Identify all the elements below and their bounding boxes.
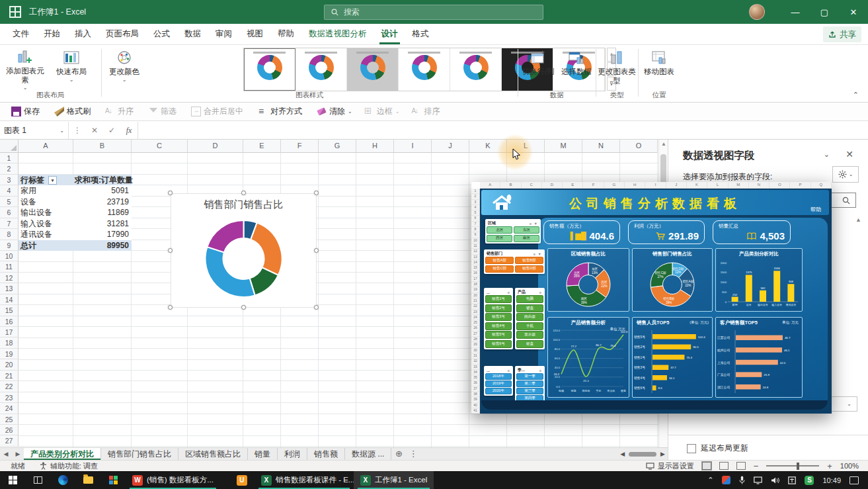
maximize-button[interactable]: ▢ [810,0,839,24]
clock[interactable]: 10:49 [822,476,841,484]
quickbar-button[interactable]: 边框 ⌄ [360,104,405,120]
column-header[interactable]: J [432,140,469,153]
ribbon-tab[interactable]: 插入 [67,24,99,45]
speaker-icon[interactable] [771,476,779,484]
ribbon-tab[interactable]: 审阅 [208,24,239,45]
fields-pane-close-icon[interactable]: ✕ [846,149,853,159]
ribbon-tab[interactable]: 设计 [374,24,405,45]
row-header[interactable]: 1 [0,153,19,163]
taskbar-app-wps[interactable]: W (销售) 数据看板方... [126,471,220,489]
column-header[interactable]: E [243,140,281,153]
sheet-tab[interactable]: 产品类别分析对比 [24,448,101,460]
row-header[interactable]: 21 [0,371,19,381]
row-header[interactable]: 6 [0,207,19,218]
sheet-tab[interactable]: 销售额 [307,448,345,460]
quickbar-button[interactable]: 保存 [7,104,47,120]
pivot-table[interactable]: 行标签▾ 求和项:订单数量 家用 5091 设备 23719 输出设备 1186… [19,175,132,251]
row-header[interactable]: 15 [0,305,19,316]
display-settings-button[interactable]: 显示器设置 [646,461,694,471]
slicer-button[interactable]: 销售3号 [485,313,512,321]
select-all-corner[interactable] [0,140,19,153]
slicer-product[interactable]: 产品≡ 电脑键盘路由器手机显示器硬盘 [515,288,545,349]
slicer-department[interactable]: 销售部门≡ ▼ 销售A部销售B部销售C部销售D部 [484,249,545,274]
namebox-menu-icon[interactable]: ⋮ [69,126,86,135]
pivot-row[interactable]: 输入设备 31281 [19,218,132,229]
chart-style-thumbnail[interactable] [399,48,450,91]
minimize-button[interactable]: — [781,0,810,24]
column-header[interactable]: C [132,140,188,153]
collapse-ribbon-icon[interactable]: ⌃ [853,91,859,99]
quickbar-button[interactable]: 格式刷 [50,104,98,120]
share-button[interactable]: 共享 [823,26,861,42]
quick-layout-button[interactable]: 快速布局⌄ [52,48,91,91]
slicer-button[interactable]: 东区 [514,226,539,234]
ribbon-tab[interactable]: 页面布局 [99,24,146,45]
row-header[interactable]: 20 [0,359,19,370]
slicer-button[interactable]: 销售B部 [515,257,543,264]
row-header[interactable]: 25 [0,414,19,425]
quickbar-button[interactable]: 升序 [100,104,141,120]
taskbar-app-u[interactable]: U [229,471,255,489]
row-header[interactable]: 22 [0,381,19,392]
microphone-icon[interactable] [739,476,745,484]
row-header[interactable]: 16 [0,316,19,327]
horizontal-scroll-thumb[interactable] [629,452,656,457]
row-header[interactable]: 8 [0,229,19,240]
pivot-row[interactable]: 通讯设备 17990 [19,229,132,240]
slicer-button[interactable]: 2019年 [485,380,512,387]
slicer-button[interactable]: 第三季 [516,388,543,394]
column-headers[interactable]: ABCDEFGHIJKLMNO [19,140,658,153]
chart-resize-handle[interactable] [241,305,246,310]
scroll-right-icon[interactable]: ▶ [660,451,665,457]
chart-resize-handle[interactable] [314,305,319,310]
ribbon-tab[interactable]: 数据 [177,24,208,45]
column-header[interactable]: I [394,140,432,153]
pivot-row[interactable]: 输出设备 11869 [19,207,132,218]
chart-resize-handle[interactable] [168,248,173,253]
start-button[interactable] [0,471,25,489]
user-avatar[interactable] [749,4,765,20]
slicer-button[interactable]: 手机 [516,322,543,330]
search-input[interactable]: 搜索 [324,5,543,20]
sheet-nav-right-icon[interactable]: ▶ [12,448,24,460]
pivot-chart[interactable]: 销售部门销售占比 [171,193,317,308]
pivot-filter-dropdown-icon[interactable]: ▾ [48,176,57,185]
column-header[interactable]: N [582,140,620,153]
defer-layout-checkbox[interactable] [687,444,696,453]
switch-row-column-button[interactable]: 切换行/列 [518,48,558,91]
slicer-button[interactable]: 销售1号 [485,295,512,303]
pivot-total-row[interactable]: 总计 89950 [19,240,132,251]
sheet-tab[interactable]: 数据源 ... [345,448,391,460]
row-header[interactable]: 9 [0,240,19,251]
slicer-button[interactable]: 硬盘 [516,340,543,348]
slicer-button[interactable]: 电脑 [516,295,543,303]
sheet-nav-left-icon[interactable]: ◀ [0,448,12,460]
accessibility-status[interactable]: 辅助功能: 调查 [50,461,98,471]
enter-formula-icon[interactable]: ✓ [103,126,120,135]
fields-pane-chevron-icon[interactable]: ⌄ [824,150,830,159]
notification-center-icon[interactable] [849,476,859,484]
column-header[interactable]: O [620,140,658,153]
slicer-button[interactable]: 销售6号 [485,340,512,348]
slicer-button[interactable]: 销售C部 [485,265,514,273]
row-header[interactable]: 24 [0,403,19,414]
change-colors-button[interactable]: 更改颜色⌄ [104,48,144,91]
row-header[interactable]: 26 [0,425,19,435]
row-header[interactable]: 4 [0,185,19,196]
monitor-icon[interactable] [754,476,762,484]
row-header[interactable]: 11 [0,261,19,272]
sheet-tab[interactable]: 销售部门销售占比 [101,448,178,460]
ribbon-tab[interactable]: 帮助 [270,24,301,45]
edge-browser-icon[interactable] [50,471,75,489]
taskbar-app-excel-courseware[interactable]: X 销售数据看板课件 - E... [255,471,354,489]
normal-view-icon[interactable] [702,462,711,470]
quickbar-button[interactable]: 排序 [407,104,447,120]
column-header[interactable]: B [73,140,132,153]
quickbar-button[interactable]: 筛选 [143,104,184,120]
column-header[interactable]: D [188,140,243,153]
column-header[interactable]: F [281,140,319,153]
sheet-tab[interactable]: 销量 [248,448,278,460]
file-explorer-icon[interactable] [75,471,100,489]
row-header[interactable]: 13 [0,283,19,294]
slicer-button[interactable]: 第一季 [516,373,543,380]
